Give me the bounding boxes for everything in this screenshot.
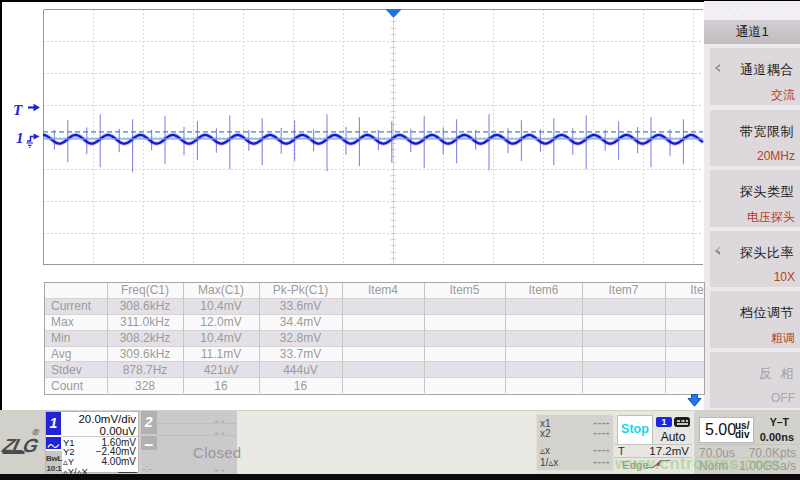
svg-text:1: 1 [16,130,24,146]
svg-text:T: T [13,102,23,118]
